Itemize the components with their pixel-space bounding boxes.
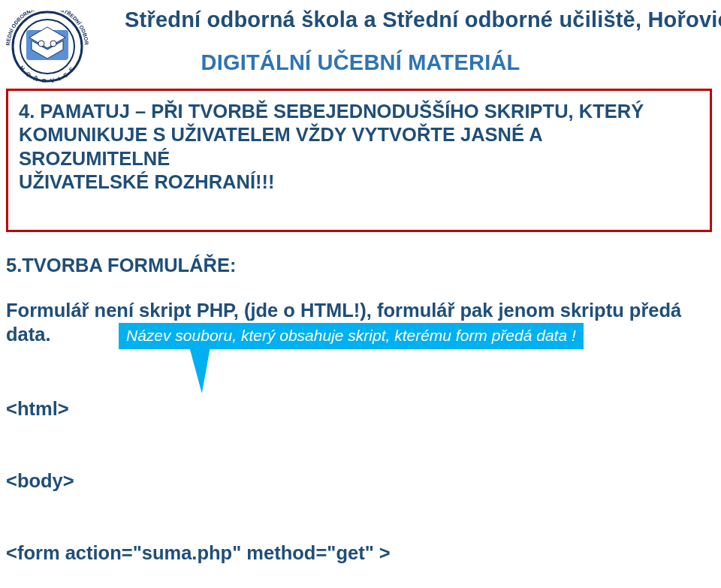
document-page: STŘEDNÍ ODBORNÁ ŠKOLA A STŘEDNÍ ODBORNÉ … xyxy=(0,0,721,588)
document-subtitle: DIGITÁLNÍ UČEBNÍ MATERIÁL xyxy=(3,50,718,75)
callout-line-2: KOMUNIKUJE S UŽIVATELEM VŽDY VYTVOŘTE JA… xyxy=(19,124,542,168)
code-line-3: <form action="suma.php" method="get" > xyxy=(6,541,718,565)
section-heading: 5.TVORBA FORMULÁŘE: xyxy=(6,255,718,276)
code-block: <html> <body> <form action="suma.php" me… xyxy=(6,350,718,588)
code-line-2: <body> xyxy=(6,469,718,493)
callout-box: 4. PAMATUJ – PŘI TVORBĚ SEBEJEDNODUŠŠÍHO… xyxy=(6,89,712,231)
svg-point-6 xyxy=(50,41,56,47)
institution-title: Střední odborná škola a Střední odborné … xyxy=(125,8,718,32)
annotation-callout: Název souboru, který obsahuje skript, kt… xyxy=(119,323,584,349)
header: STŘEDNÍ ODBORNÁ ŠKOLA A STŘEDNÍ ODBORNÉ … xyxy=(3,8,718,75)
callout-text: 4. PAMATUJ – PŘI TVORBĚ SEBEJEDNODUŠŠÍHO… xyxy=(19,100,698,193)
section-description: Formulář není skript PHP, (jde o HTML!),… xyxy=(6,299,718,347)
code-line-1: <html> xyxy=(6,397,718,421)
school-crest-icon: STŘEDNÍ ODBORNÁ ŠKOLA A STŘEDNÍ ODBORNÉ … xyxy=(6,11,89,83)
callout-line-1: 4. PAMATUJ – PŘI TVORBĚ SEBEJEDNODUŠŠÍHO… xyxy=(19,101,644,122)
callout-line-3: UŽIVATELSKÉ ROZHRANÍ!!! xyxy=(19,171,274,192)
svg-point-5 xyxy=(38,41,44,47)
section-desc-line-1: Formulář není skript PHP, (jde o HTML!),… xyxy=(6,299,718,323)
